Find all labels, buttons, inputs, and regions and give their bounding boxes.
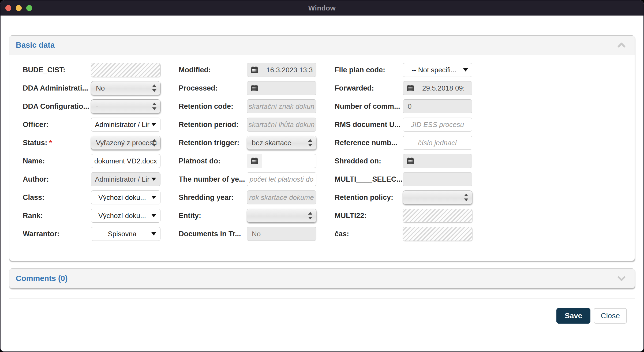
field-row-retention-code: Retention code: xyxy=(179,99,319,113)
field-row-class: Class: Výchozí doku... xyxy=(23,190,163,204)
entity-select[interactable] xyxy=(247,209,316,223)
caret-down-icon xyxy=(151,214,156,217)
select-arrows-icon xyxy=(152,139,156,147)
field-label: Retention policy: xyxy=(335,193,403,202)
basic-data-body: BUDE_CIST: DDA Administrati... No DDA Co… xyxy=(9,55,635,261)
dropdown-value: Spisovna xyxy=(108,230,137,238)
calendar-icon xyxy=(403,154,418,168)
field-label: Retention period: xyxy=(179,121,247,129)
reference-number-input[interactable] xyxy=(403,136,472,150)
minimize-traffic-light[interactable] xyxy=(16,5,22,11)
comments-header[interactable]: Comments (0) xyxy=(9,269,635,288)
multi-select-disabled-field xyxy=(403,172,472,186)
dropdown-value: Administrator / Lir xyxy=(95,121,149,129)
field-label: Documents in Tr... xyxy=(179,230,247,238)
field-row-modified: Modified: 16.3.2023 13:3 xyxy=(179,63,319,77)
field-label: RMS document U... xyxy=(335,121,403,129)
caret-down-icon xyxy=(151,196,156,199)
field-row-retention-trigger: Retention trigger: bez skartace xyxy=(179,136,319,150)
platnost-do-date-value[interactable] xyxy=(262,154,316,168)
class-dropdown[interactable]: Výchozí doku... xyxy=(91,190,160,204)
field-row-officer: Officer: Administrator / Lir xyxy=(23,118,163,132)
field-row-dda-configuration: DDA Configuratio... - xyxy=(23,99,163,113)
field-label: Class: xyxy=(23,193,91,202)
dropdown-value: Výchozí doku... xyxy=(98,193,146,202)
field-label: MULTI22: xyxy=(335,212,403,220)
field-row-documents-in-trash: Documents in Tr... xyxy=(179,227,319,241)
traffic-lights xyxy=(5,5,32,11)
select-arrows-icon xyxy=(308,139,312,147)
modified-date-value: 16.3.2023 13:3 xyxy=(262,63,316,77)
name-input[interactable] xyxy=(91,154,160,168)
field-row-reference-number: Reference numb... xyxy=(335,136,475,150)
chevron-up-icon[interactable] xyxy=(617,42,626,50)
field-label: DDA Configuratio... xyxy=(23,102,91,111)
field-label: Processed: xyxy=(179,84,247,92)
footer-divider xyxy=(9,298,635,299)
status-select[interactable]: Vyřazený z procesu xyxy=(91,136,160,150)
dialog-content: Basic data BUDE_CIST: DDA Administrati..… xyxy=(1,35,643,352)
dropdown-value: Administrator / Lir xyxy=(95,175,149,184)
field-row-author: Author: Administrator / Lir xyxy=(23,172,163,186)
form-column-3: File plan code: -- Not specifi... Forwar… xyxy=(335,63,475,245)
field-label: Forwarded: xyxy=(335,84,403,92)
field-row-retention-period: Retention period: xyxy=(179,118,319,132)
documents-in-trash-input xyxy=(247,227,316,241)
basic-data-title: Basic data xyxy=(16,41,55,50)
rms-document-uid-input[interactable] xyxy=(403,118,472,132)
field-label: Shredded on: xyxy=(335,157,403,165)
field-row-number-of-comments: Number of comm... xyxy=(335,99,475,113)
field-label: Author: xyxy=(23,175,91,184)
zoom-traffic-light[interactable] xyxy=(26,5,32,11)
modified-date-field: 16.3.2023 13:3 xyxy=(247,63,316,77)
save-button[interactable]: Save xyxy=(556,308,590,324)
dda-configuration-select[interactable]: - xyxy=(91,99,160,113)
caret-down-icon xyxy=(151,232,156,235)
form-column-1: BUDE_CIST: DDA Administrati... No DDA Co… xyxy=(23,63,163,245)
select-value: - xyxy=(96,102,98,111)
field-label: DDA Administrati... xyxy=(23,84,91,92)
officer-dropdown[interactable]: Administrator / Lir xyxy=(91,118,160,132)
field-label: Warrantor: xyxy=(23,230,91,238)
field-label: Retention code: xyxy=(179,102,247,111)
caret-down-icon xyxy=(151,178,156,181)
field-row-multi-select: MULTI____SELEC... xyxy=(335,172,475,186)
processed-date-value xyxy=(262,81,316,95)
field-row-processed: Processed: xyxy=(179,81,319,95)
warrantor-dropdown[interactable]: Spisovna xyxy=(91,227,160,241)
field-label: File plan code: xyxy=(335,66,403,74)
field-label: BUDE_CIST: xyxy=(23,66,91,74)
field-label: Rank: xyxy=(23,212,91,220)
rank-dropdown[interactable]: Výchozí doku... xyxy=(91,209,160,223)
file-plan-code-dropdown[interactable]: -- Not specifi... xyxy=(403,63,472,77)
field-row-rank: Rank: Výchozí doku... xyxy=(23,209,163,223)
forwarded-date-value: 29.5.2018 09: xyxy=(418,81,472,95)
calendar-icon[interactable] xyxy=(247,154,262,168)
number-of-comments-input xyxy=(403,99,472,113)
caret-down-icon xyxy=(463,68,468,72)
field-row-platnost-do: Platnost do: xyxy=(179,154,319,168)
field-label: Platnost do: xyxy=(179,157,247,165)
basic-data-header[interactable]: Basic data xyxy=(9,36,635,55)
retention-code-input xyxy=(247,99,316,113)
calendar-icon xyxy=(247,81,262,95)
close-button[interactable]: Close xyxy=(594,308,627,324)
close-traffic-light[interactable] xyxy=(5,5,11,11)
multi22-disabled-field xyxy=(403,209,472,223)
field-row-cas: čas: xyxy=(335,227,475,241)
field-label: čas: xyxy=(335,230,403,238)
shredded-on-date-value xyxy=(418,154,472,168)
comments-panel: Comments (0) xyxy=(9,268,635,288)
field-row-dda-administration: DDA Administrati... No xyxy=(23,81,163,95)
dropdown-value: -- Not specifi... xyxy=(411,66,456,74)
author-dropdown: Administrator / Lir xyxy=(91,172,160,186)
calendar-icon xyxy=(403,81,418,95)
retention-policy-select[interactable] xyxy=(403,190,472,204)
number-of-years-input[interactable] xyxy=(247,172,316,186)
platnost-do-date-field[interactable] xyxy=(247,154,316,168)
comments-title: Comments (0) xyxy=(16,274,68,283)
dda-administration-select[interactable]: No xyxy=(91,81,160,95)
field-row-shredding-year: Shredding year: xyxy=(179,190,319,204)
retention-trigger-select[interactable]: bez skartace xyxy=(247,136,316,150)
chevron-down-icon[interactable] xyxy=(617,273,626,281)
